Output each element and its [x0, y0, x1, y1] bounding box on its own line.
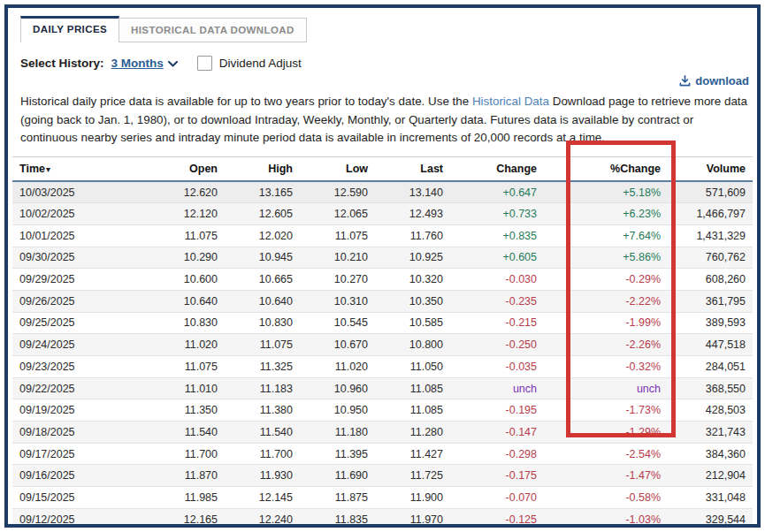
table-row: 09/15/202511.98512.14511.87511.900-0.070… [12, 487, 753, 509]
table-row: 09/16/202511.87011.93011.69011.725-0.175… [12, 465, 753, 487]
cell-high: 10.830 [225, 312, 300, 334]
cell-volume: 760,762 [668, 247, 753, 269]
cell-time: 09/29/2025 [12, 269, 163, 291]
cell-volume: 1,466,797 [668, 203, 753, 225]
cell-open: 11.010 [163, 377, 225, 399]
cell-high: 10.665 [225, 269, 300, 291]
cell-volume: 284,051 [668, 356, 753, 378]
cell-low: 10.670 [300, 334, 375, 356]
cell-low: 10.960 [300, 377, 375, 399]
cell-last: 11.085 [375, 377, 450, 399]
cell-open: 10.600 [163, 269, 225, 291]
cell-change: -0.125 [450, 508, 544, 528]
cell-last: 10.925 [375, 247, 450, 269]
tab-daily-prices[interactable]: DAILY PRICES [20, 16, 119, 42]
table-row: 09/25/202510.83010.83010.54510.585-0.215… [12, 312, 753, 334]
historical-data-link[interactable]: Historical Data [472, 95, 549, 108]
cell-high: 11.380 [225, 399, 300, 422]
cell-volume: 1,431,329 [668, 224, 753, 247]
cell-volume: 321,743 [668, 422, 753, 444]
column-header-low[interactable]: Low [300, 156, 375, 181]
cell-volume: 212,904 [668, 465, 753, 487]
column-header-volume[interactable]: Volume [668, 156, 753, 181]
table-header-row: Time▾ Open High Low Last Change %Change … [12, 156, 753, 181]
cell-open: 12.120 [163, 203, 225, 225]
cell-open: 11.540 [163, 422, 225, 444]
download-link[interactable]: download [679, 74, 749, 87]
cell-pct: +5.86% [544, 247, 668, 269]
cell-time: 09/26/2025 [12, 290, 163, 312]
cell-pct: -2.26% [544, 334, 668, 356]
cell-pct: +7.64% [544, 224, 668, 247]
cell-open: 11.075 [163, 356, 225, 378]
cell-last: 11.050 [375, 356, 450, 378]
table-row: 09/26/202510.64010.64010.31010.350-0.235… [12, 290, 753, 312]
column-header-change[interactable]: Change [450, 156, 544, 181]
column-header-time[interactable]: Time▾ [12, 156, 163, 181]
cell-pct: unch [544, 377, 668, 399]
table-row: 09/22/202511.01011.18310.96011.085unchun… [12, 377, 753, 399]
cell-last: 10.350 [375, 290, 450, 312]
cell-time: 09/15/2025 [12, 487, 163, 509]
dividend-adjust-label[interactable]: Dividend Adjust [219, 57, 302, 70]
cell-time: 10/01/2025 [12, 224, 163, 247]
cell-low: 11.835 [300, 508, 375, 528]
cell-last: 11.085 [375, 399, 450, 422]
cell-volume: 608,260 [668, 269, 753, 291]
cell-change: -0.147 [450, 422, 544, 444]
column-header-open[interactable]: Open [163, 156, 225, 181]
dividend-adjust-checkbox[interactable] [197, 56, 212, 71]
daily-prices-table: Time▾ Open High Low Last Change %Change … [12, 156, 753, 528]
cell-low: 11.875 [300, 487, 375, 509]
panel-frame: DAILY PRICES HISTORICAL DATA DOWNLOAD Se… [4, 4, 761, 528]
cell-high: 11.540 [225, 422, 300, 444]
cell-high: 11.325 [225, 356, 300, 378]
cell-time: 10/02/2025 [12, 203, 163, 225]
cell-last: 11.760 [375, 224, 450, 247]
column-header-high[interactable]: High [225, 156, 300, 181]
cell-change: +0.835 [450, 224, 544, 247]
cell-low: 12.065 [300, 203, 375, 225]
chevron-down-icon[interactable] [168, 55, 178, 71]
cell-low: 10.950 [300, 399, 375, 422]
cell-last: 11.970 [375, 508, 450, 528]
cell-open: 11.020 [163, 334, 225, 356]
cell-time: 09/18/2025 [12, 422, 163, 444]
table-row: 09/17/202511.70011.70011.39511.427-0.298… [12, 443, 753, 465]
cell-change: -0.035 [450, 356, 544, 378]
cell-high: 12.145 [225, 487, 300, 509]
column-header-pct-change[interactable]: %Change [544, 156, 668, 181]
cell-volume: 384,360 [668, 443, 753, 465]
cell-last: 11.280 [375, 422, 450, 444]
tab-bar: DAILY PRICES HISTORICAL DATA DOWNLOAD [20, 16, 753, 42]
cell-last: 11.427 [375, 443, 450, 465]
cell-open: 11.985 [163, 487, 225, 509]
cell-volume: 571,609 [668, 181, 753, 203]
cell-high: 11.700 [225, 443, 300, 465]
cell-time: 09/19/2025 [12, 399, 163, 422]
cell-time: 09/12/2025 [12, 508, 163, 528]
table-row: 09/12/202512.16512.24011.83511.970-0.125… [12, 508, 753, 528]
table-row: 09/29/202510.60010.66510.27010.320-0.030… [12, 269, 753, 291]
cell-high: 11.183 [225, 377, 300, 399]
cell-low: 10.545 [300, 312, 375, 334]
cell-high: 12.240 [225, 508, 300, 528]
sort-desc-icon: ▾ [46, 164, 50, 174]
download-row: download [12, 74, 749, 90]
cell-pct: -1.73% [544, 399, 668, 422]
cell-volume: 331,048 [668, 487, 753, 509]
cell-change: -0.250 [450, 334, 544, 356]
history-range-dropdown[interactable]: 3 Months [111, 57, 164, 70]
tab-historical-data-download[interactable]: HISTORICAL DATA DOWNLOAD [119, 18, 307, 42]
cell-pct: -1.99% [544, 312, 668, 334]
cell-pct: -1.03% [544, 508, 668, 528]
cell-change: +0.605 [450, 247, 544, 269]
cell-high: 10.945 [225, 247, 300, 269]
cell-time: 09/30/2025 [12, 247, 163, 269]
column-header-last[interactable]: Last [375, 156, 450, 181]
description-before-link: Historical daily price data is available… [20, 95, 472, 108]
table-row: 09/18/202511.54011.54011.18011.280-0.147… [12, 422, 753, 444]
cell-volume: 368,550 [668, 377, 753, 399]
cell-low: 10.270 [300, 269, 375, 291]
cell-volume: 428,503 [668, 399, 753, 422]
